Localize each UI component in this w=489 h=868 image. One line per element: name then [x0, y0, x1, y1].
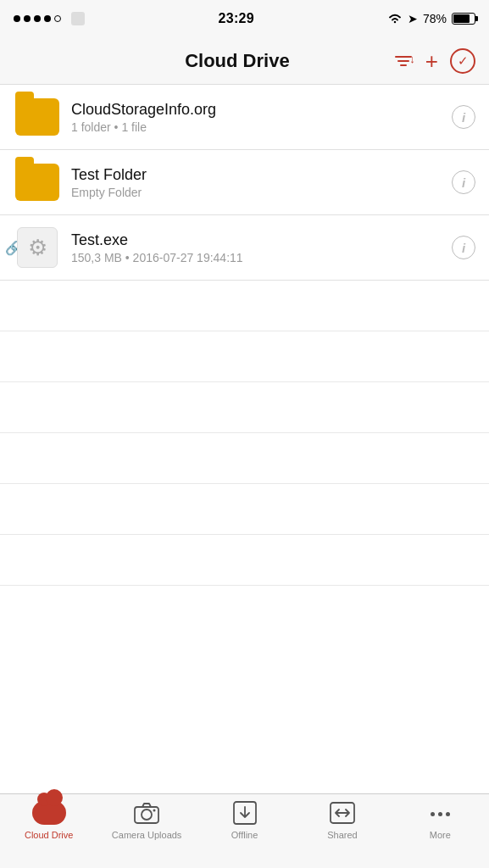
tab-offline[interactable]: Offline	[196, 801, 293, 840]
add-button[interactable]: +	[425, 50, 438, 72]
offline-tab-icon	[232, 801, 258, 826]
sort-button[interactable]: ↓	[393, 56, 414, 66]
info-button-1[interactable]: i	[452, 105, 475, 129]
shared-tab-label: Shared	[327, 830, 357, 840]
file-info-3: Test.exe 150,3 MB • 2016-07-27 19:44:11	[61, 231, 452, 264]
more-dot-2	[438, 812, 442, 816]
status-time: 23:29	[219, 11, 254, 26]
signal-dot-2	[24, 15, 31, 22]
svg-point-2	[153, 810, 156, 812]
signal-dot-1	[14, 15, 20, 22]
info-button-3[interactable]: i	[452, 236, 475, 259]
gear-icon: ⚙	[28, 235, 47, 261]
file-meta-2: Empty Folder	[71, 186, 452, 199]
camera-icon	[134, 803, 159, 825]
tab-more[interactable]: More	[392, 801, 489, 840]
file-item-2[interactable]: Test Folder Empty Folder i	[0, 150, 489, 215]
cloud-icon	[32, 801, 66, 825]
empty-row-6	[0, 535, 489, 586]
more-tab-icon	[427, 801, 453, 826]
file-item-3[interactable]: 🔗 ⚙ Test.exe 150,3 MB • 2016-07-27 19:44…	[0, 215, 489, 281]
offline-icon	[233, 801, 257, 826]
done-button[interactable]: ✓	[450, 48, 475, 74]
nav-header: Cloud Drive ↓ + ✓	[0, 37, 489, 85]
shared-icon	[330, 802, 355, 826]
exe-icon: ⚙	[17, 227, 58, 268]
signal-dot-3	[34, 15, 41, 22]
file-meta-1: 1 folder • 1 file	[71, 120, 452, 134]
battery-icon	[452, 13, 475, 25]
sort-line-3	[400, 64, 407, 66]
file-info-2: Test Folder Empty Folder	[61, 166, 452, 199]
status-right: ➤ 78%	[387, 12, 475, 25]
wifi-icon	[387, 13, 403, 25]
file-meta-3: 150,3 MB • 2016-07-27 19:44:11	[71, 251, 452, 264]
offline-tab-label: Offline	[231, 830, 258, 840]
tab-cloud-drive[interactable]: Cloud Drive	[0, 801, 97, 840]
sort-funnel-icon: ↓	[393, 56, 414, 66]
info-button-2[interactable]: i	[452, 170, 475, 194]
file-name-3: Test.exe	[71, 231, 452, 249]
folder-icon-2	[14, 159, 61, 206]
file-info-1: CloudStorageInfo.org 1 folder • 1 file	[61, 101, 452, 134]
file-name-1: CloudStorageInfo.org	[71, 101, 452, 119]
more-tab-label: More	[430, 830, 451, 840]
file-list: CloudStorageInfo.org 1 folder • 1 file i…	[0, 85, 489, 586]
cloud-drive-tab-label: Cloud Drive	[25, 830, 73, 840]
nav-actions: ↓ + ✓	[393, 48, 475, 74]
more-dots-icon	[431, 812, 450, 816]
folder-icon-1	[14, 93, 61, 141]
battery-percent: 78%	[423, 12, 447, 25]
tab-camera-uploads[interactable]: Camera Uploads	[97, 801, 195, 840]
empty-row-1	[0, 281, 489, 331]
tab-shared[interactable]: Shared	[293, 801, 391, 840]
svg-point-1	[142, 810, 152, 820]
exe-icon-wrapper: 🔗 ⚙	[14, 224, 61, 271]
sort-line-2	[397, 60, 409, 62]
empty-row-2	[0, 331, 489, 382]
camera-tab-icon	[134, 801, 159, 826]
more-dot-1	[431, 812, 435, 816]
location-icon: ➤	[408, 12, 418, 25]
sort-arrow-icon: ↓	[409, 53, 415, 65]
status-bar: 23:29 ➤ 78%	[0, 0, 489, 37]
empty-row-3	[0, 382, 489, 433]
empty-row-5	[0, 484, 489, 535]
check-circle-icon: ✓	[450, 48, 475, 74]
signal-dot-5	[54, 15, 61, 22]
file-item-1[interactable]: CloudStorageInfo.org 1 folder • 1 file i	[0, 85, 489, 150]
tab-bar: Cloud Drive Camera Uploads Offline	[0, 793, 489, 868]
camera-uploads-tab-label: Camera Uploads	[112, 830, 182, 840]
signal-area	[14, 11, 85, 26]
more-dot-3	[446, 812, 450, 816]
empty-row-4	[0, 433, 489, 484]
shared-tab-icon	[330, 801, 355, 826]
page-title: Cloud Drive	[81, 50, 393, 72]
file-name-2: Test Folder	[71, 166, 452, 184]
plus-icon: +	[425, 50, 438, 72]
cloud-drive-tab-icon	[36, 801, 62, 826]
signal-dot-4	[44, 15, 51, 22]
